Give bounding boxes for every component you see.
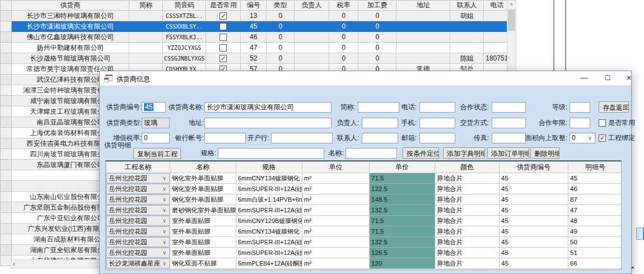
grid-column-header[interactable]: 明细号: [568, 162, 622, 173]
column-header[interactable]: 电话: [484, 1, 510, 11]
is-common-checkbox[interactable]: 是否常用: [599, 118, 635, 128]
project-combo[interactable]: 岳州北控花园∨: [106, 216, 170, 226]
save-return-button[interactable]: 存盘返回: [599, 101, 629, 113]
chevron-down-icon[interactable]: ∨: [160, 249, 169, 257]
grid-column-header[interactable]: 名称: [170, 162, 236, 173]
column-header[interactable]: 简音码: [163, 1, 206, 11]
copy-current-project-button[interactable]: 复制当前工程: [133, 148, 181, 159]
checkbox-icon[interactable]: [220, 34, 227, 41]
grid-column-header[interactable]: 工程名称: [106, 162, 170, 173]
supplier-row[interactable]: 佛山市亿鑫玻璃科技有限公司FSSYXBLKJ..46000: [1, 32, 510, 43]
project-combo[interactable]: 岳州北控花园∨: [106, 194, 170, 205]
coop-status-input[interactable]: [492, 102, 526, 113]
area-round-up-select[interactable]: 0∨: [570, 133, 595, 143]
checkbox-icon[interactable]: [220, 44, 227, 52]
common-checkbox-cell[interactable]: ✓: [206, 11, 241, 21]
project-combo[interactable]: 岳州北控花园∨: [106, 184, 170, 194]
fax-input[interactable]: [492, 133, 526, 143]
column-header[interactable]: 供货商: [12, 1, 129, 11]
project-combo[interactable]: 岳州北控花园∨: [106, 173, 170, 183]
delivery-method-input[interactable]: [492, 118, 526, 128]
project-bind-checkbox[interactable]: ✓工程绑定: [599, 133, 635, 143]
detail-row[interactable]: 岳州北控花园∨室外单面贴膜6mmSUPER-III+12A(硅...m²132.…: [106, 237, 622, 248]
chevron-down-icon[interactable]: ∨: [160, 185, 169, 193]
project-combo[interactable]: 岳州北控花园∨: [106, 205, 170, 215]
common-checkbox-cell[interactable]: ✓: [206, 53, 241, 64]
column-header[interactable]: 税率: [329, 1, 358, 11]
checkbox-icon[interactable]: ✓: [220, 12, 227, 20]
checkbox-icon[interactable]: ✓: [599, 134, 606, 142]
column-header[interactable]: 是否常用: [206, 1, 241, 11]
column-header[interactable]: 编号: [241, 1, 267, 11]
add-order-detail-button[interactable]: 添加订单明细: [487, 147, 529, 159]
grid-column-header[interactable]: 单位: [302, 162, 370, 173]
chevron-down-icon[interactable]: ∨: [160, 238, 169, 247]
column-header[interactable]: 负责人: [295, 1, 329, 11]
detail-row[interactable]: 岳州北控花园∨室外单面贴膜6mmCNY134镀膜钢化m²71.5异地合片4549: [106, 226, 622, 237]
bank-account-input[interactable]: [204, 133, 246, 143]
chevron-down-icon[interactable]: ∨: [160, 196, 169, 204]
grade-input[interactable]: [570, 102, 590, 113]
scrollbar-thumb[interactable]: [508, 10, 515, 31]
scroll-left-icon[interactable]: ‹: [13, 260, 15, 268]
project-combo[interactable]: 岳州北控花园∨: [106, 226, 170, 236]
chevron-down-icon[interactable]: ∨: [160, 206, 169, 215]
detail-row[interactable]: 岳州北控花园∨钢化室外单面贴膜6mmCNY134镀膜钢化m²71.5异地合片45…: [106, 173, 622, 184]
spec-filter-input[interactable]: [218, 148, 324, 159]
chevron-down-icon[interactable]: ∨: [160, 217, 169, 225]
supplier-row[interactable]: 长沙市三湘特种玻璃有限公司CSSSXTZBL..✓13000胡姐: [1, 11, 510, 21]
project-combo[interactable]: 岳州北控花园∨: [106, 248, 170, 258]
checkbox-icon[interactable]: [220, 23, 227, 30]
supplier-row[interactable]: 长沙晟格节能玻璃有限公司CSSGJNBLYXGS✓52000陈姐180751: [1, 53, 510, 64]
short-name-input[interactable]: [358, 102, 399, 113]
checkbox-icon[interactable]: [599, 119, 606, 127]
phone-input[interactable]: [419, 102, 455, 113]
chevron-down-icon[interactable]: ∨: [160, 227, 169, 236]
grid-column-header[interactable]: 规格: [236, 162, 302, 173]
detail-row[interactable]: 岳州北控花园∨钢化室外单面贴膜6mmSUPER-III+12A(硅...m²12…: [106, 184, 622, 194]
column-header[interactable]: 联系人: [450, 1, 484, 11]
name-filter-input[interactable]: [346, 148, 397, 159]
detail-row[interactable]: 长沙龙湖祺鑫星座∨钢化双面不贴膜6mmPLE84+12A(硅酮胶...m²120…: [106, 258, 622, 269]
email-input[interactable]: [419, 133, 455, 143]
locate-by-condition-button[interactable]: 按条件定位: [403, 147, 439, 159]
close-button[interactable]: ✕: [622, 72, 636, 84]
chevron-down-icon[interactable]: ∨: [160, 174, 169, 183]
detail-row[interactable]: 岳州北控花园∨钢化室外单面贴膜6mm白玻+1.14PVB+6mm...m²148…: [106, 194, 622, 205]
checkbox-icon[interactable]: ✓: [220, 55, 227, 62]
mobile-input[interactable]: [419, 118, 455, 128]
supplier-name-input[interactable]: 长沙市潇湘玻璃实业有限公司: [204, 102, 332, 113]
maximize-button[interactable]: ☐: [600, 72, 615, 84]
address-input[interactable]: [204, 118, 332, 128]
column-header[interactable]: 类型: [267, 1, 295, 11]
principal-input[interactable]: [362, 118, 398, 128]
column-header[interactable]: 加工费: [358, 1, 396, 11]
dialog-titlebar[interactable]: 供货商信息 — ☐ ✕: [100, 71, 631, 86]
grid-column-header[interactable]: 颜色: [435, 162, 500, 173]
suppliers-horizontal-scrollbar[interactable]: ‹: [11, 259, 100, 268]
common-checkbox-cell[interactable]: [206, 32, 241, 43]
common-checkbox-cell[interactable]: [206, 43, 241, 53]
suppliers-vertical-scrollbar[interactable]: ˄: [507, 0, 516, 75]
column-header[interactable]: 地址: [396, 1, 450, 11]
supplier-row[interactable]: 长沙市潇湘玻璃实业有限公司CSSXXBLSY..45000: [1, 21, 510, 32]
detail-row[interactable]: 岳州北控花园∨室外单面贴膜6mmCNY129B镀膜钢化m²71.5异地合片454…: [106, 216, 622, 226]
detail-row[interactable]: 岳州北控花园∨磨砂钢化室外单面贴膜6mmSUPER-III+12A(硅...m²…: [106, 205, 622, 216]
column-header[interactable]: 简称: [129, 1, 163, 11]
contact-input[interactable]: [362, 133, 398, 143]
project-combo[interactable]: 长沙龙湖祺鑫星座∨: [106, 258, 170, 268]
supplier-row[interactable]: 扬州中勤建材有限公司YZZQJCYXGS47000: [1, 43, 510, 53]
detail-row[interactable]: 岳州北控花园∨室外单面贴膜6mmSUPER-III+12A(硅...m²126.…: [106, 248, 622, 258]
coop-years-input[interactable]: [570, 118, 590, 128]
chevron-down-icon[interactable]: ∨: [586, 134, 594, 142]
scroll-up-icon[interactable]: ˄: [507, 1, 516, 9]
delete-detail-button[interactable]: 删除明细: [530, 147, 559, 159]
chevron-down-icon[interactable]: ∨: [160, 259, 169, 268]
add-dictionary-detail-button[interactable]: 添加字典明细: [443, 147, 485, 159]
minimize-button[interactable]: —: [577, 72, 591, 84]
grid-column-header[interactable]: 单价: [370, 162, 435, 173]
common-checkbox-cell[interactable]: [206, 21, 241, 32]
project-combo[interactable]: 岳州北控花园∨: [106, 237, 170, 247]
bank-name-input[interactable]: [271, 133, 333, 143]
grid-column-header[interactable]: 供货商编号: [500, 162, 568, 173]
